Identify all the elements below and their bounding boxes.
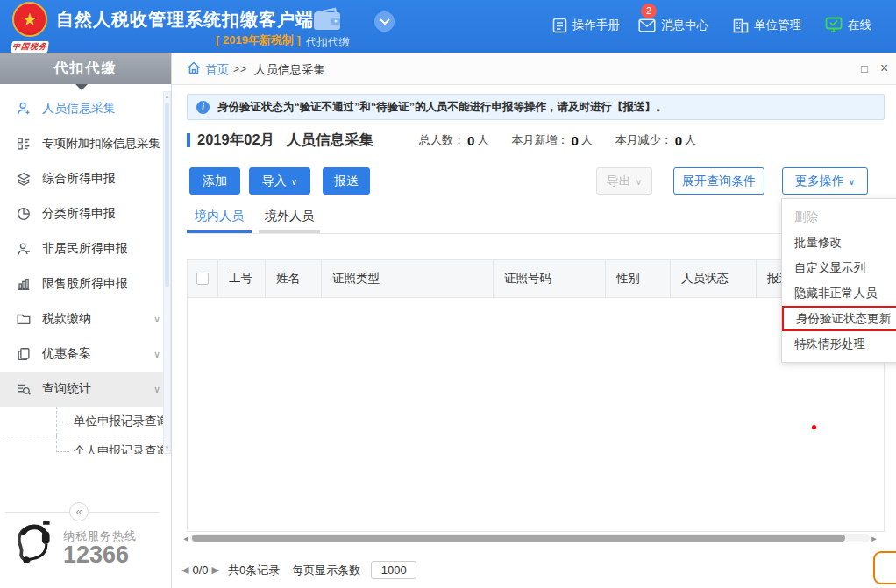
app-title: 自然人税收管理系统扣缴客户端 (56, 8, 314, 32)
tax-bureau-logo: ★ 中国税务 (5, 1, 54, 52)
stat-total: 总人数：0人 (419, 132, 488, 148)
sidebar-item-label: 优惠备案 (42, 346, 91, 362)
person-icon (16, 241, 32, 257)
sidebar-item-preferential-filing[interactable]: 优惠备案 ∨ (0, 337, 171, 372)
chevron-down-icon: ∨ (636, 177, 642, 187)
sidebar-item-label: 分类所得申报 (42, 206, 116, 222)
sidebar-subitem-personal-declaration-query[interactable]: 个人申报记录查询 (0, 436, 171, 454)
scrollbar-track[interactable] (190, 534, 870, 542)
summary-stats: 总人数：0人 本月新增：0人 本月减少：0人 (419, 132, 696, 148)
close-icon[interactable]: × (880, 60, 888, 76)
module-switch-chevron-icon[interactable] (374, 11, 395, 32)
scroll-up-icon[interactable]: ▲ (164, 92, 170, 102)
current-module-label: 代扣代缴 (306, 35, 350, 50)
wallet-icon (312, 7, 342, 32)
notice-text: 身份验证状态为“验证不通过”和“待验证”的人员不能进行申报等操作，请及时进行【报… (217, 100, 667, 115)
sidebar-collapse-button[interactable]: « (69, 502, 89, 521)
hotline-number: 12366 (63, 542, 129, 569)
sidebar-subitem-label: 单位申报记录查询 (74, 414, 168, 429)
folder-icon (16, 311, 32, 327)
more-operations-button[interactable]: 更多操作∨ (782, 167, 868, 195)
breadcrumb-home-link[interactable]: 首页 (205, 62, 229, 78)
export-button[interactable]: 导出∨ (596, 167, 652, 195)
scrollbar-thumb[interactable] (192, 535, 845, 542)
horizontal-scrollbar[interactable]: ◂ ▸ (181, 533, 878, 543)
tab-domestic-personnel[interactable]: 境内人员 (187, 209, 252, 233)
column-header-gender[interactable]: 性别 (606, 260, 671, 297)
column-header-name[interactable]: 姓名 (266, 260, 322, 297)
period-label: 2019年02月 (197, 131, 274, 150)
layers-icon (16, 171, 32, 187)
select-all-checkbox[interactable] (196, 273, 209, 285)
submit-button[interactable]: 报送 (323, 167, 370, 195)
floating-action-button-clipped[interactable] (873, 551, 896, 584)
import-button[interactable]: 导入∨ (249, 167, 310, 195)
sidebar-menu: 人员信息采集 专项附加扣除信息采集 ∨ 综合所得申报 分类所得申报 非居民所得申… (0, 91, 171, 454)
chevron-down-icon: ∨ (291, 177, 297, 187)
sidebar-item-special-deduction[interactable]: 专项附加扣除信息采集 ∨ (0, 126, 171, 161)
sidebar-item-classified-income[interactable]: 分类所得申报 (0, 196, 171, 231)
sidebar-scrollbar[interactable]: ▲ ▼ (163, 91, 171, 454)
scroll-left-icon[interactable]: ◂ (181, 533, 190, 543)
scroll-down-icon[interactable]: ▼ (164, 443, 170, 453)
sidebar-item-tax-payment[interactable]: 税款缴纳 ∨ (0, 301, 171, 337)
nav-unit-management[interactable]: 单位管理 (733, 18, 801, 33)
sidebar-item-label: 税款缴纳 (42, 311, 91, 327)
sidebar-item-label: 人员信息采集 (42, 101, 116, 117)
sidebar-item-nonresident-income[interactable]: 非居民所得申报 (0, 231, 171, 266)
chevron-down-icon: ∨ (153, 314, 160, 325)
per-page-input[interactable] (371, 561, 416, 579)
nav-online-status[interactable]: 在线 (825, 17, 871, 33)
dropdown-item-special-cases[interactable]: 特殊情形处理 (782, 331, 896, 357)
add-button[interactable]: 添加 (189, 167, 240, 195)
stat-removed: 本月减少：0人 (615, 132, 696, 148)
maximize-icon[interactable]: □ (861, 62, 868, 75)
sidebar-item-label: 限售股所得申报 (42, 276, 128, 292)
summary-row: 2019年02月 人员信息采集 总人数：0人 本月新增：0人 本月减少：0人 (187, 130, 696, 151)
sidebar-header-pointer-icon (75, 84, 88, 90)
column-header-employee-id[interactable]: 工号 (218, 260, 266, 297)
column-header-id-type[interactable]: 证照类型 (322, 260, 494, 297)
home-icon[interactable] (187, 61, 201, 74)
nav-message-label: 消息中心 (661, 18, 708, 33)
bar-chart-icon (16, 276, 32, 292)
sidebar-scrollbar-thumb[interactable] (165, 103, 169, 287)
breadcrumb-separator: >> (233, 63, 247, 75)
app-header: ★ 中国税务 自然人税收管理系统扣缴客户端 [ 2019年新税制 ] 代扣代缴 … (0, 0, 896, 53)
cursor-annotation-dot (812, 425, 816, 429)
sidebar-item-query-statistics[interactable]: 查询统计 ∨ (0, 372, 171, 407)
column-header-id-number[interactable]: 证照号码 (494, 260, 606, 297)
pagination-bar: ◀ 0/0 ▶ 共0条记录 每页显示条数 (181, 561, 416, 579)
logo-text: 中国税务 (11, 41, 49, 53)
prev-page-icon[interactable]: ◀ (181, 564, 188, 576)
expand-query-button[interactable]: 展开查询条件 (673, 167, 764, 195)
sidebar-item-comprehensive-income[interactable]: 综合所得申报 (0, 161, 171, 196)
sidebar-module-header: 代扣代缴 (0, 53, 171, 84)
dropdown-item-hide-abnormal[interactable]: 隐藏非正常人员 (782, 280, 896, 306)
page-title: 人员信息采集 (287, 131, 373, 150)
dropdown-item-identity-verify-update[interactable]: 身份验证状态更新 (782, 306, 896, 331)
chevron-down-icon: ∨ (849, 177, 855, 187)
sidebar-item-personnel-info[interactable]: 人员信息采集 (0, 91, 171, 126)
dropdown-item-delete[interactable]: 删除 (782, 204, 896, 230)
sidebar-item-restricted-shares[interactable]: 限售股所得申报 (0, 266, 171, 301)
column-header-person-status[interactable]: 人员状态 (671, 260, 757, 297)
notice-banner: i 身份验证状态为“验证不通过”和“待验证”的人员不能进行申报等操作，请及时进行… (187, 94, 885, 120)
nav-message-center[interactable]: 消息中心 (638, 18, 708, 33)
tab-overseas-personnel[interactable]: 境外人员 (259, 209, 320, 233)
nav-online-label: 在线 (848, 18, 871, 33)
nav-unit-label: 单位管理 (754, 18, 801, 33)
scroll-right-icon[interactable]: ▸ (870, 533, 878, 543)
page-indicator: 0/0 (192, 563, 208, 577)
title-accent-bar (187, 133, 190, 147)
next-page-icon[interactable]: ▶ (212, 564, 219, 576)
dropdown-item-custom-columns[interactable]: 自定义显示列 (782, 255, 896, 280)
sidebar-subitem-unit-declaration-query[interactable]: 单位申报记录查询 (0, 407, 171, 436)
dropdown-item-batch-edit[interactable]: 批量修改 (782, 230, 896, 255)
sidebar-item-label: 综合所得申报 (42, 171, 116, 187)
nav-manual[interactable]: 操作手册 (552, 18, 620, 33)
breadcrumb-current: 人员信息采集 (254, 62, 325, 78)
sidebar-item-label: 非居民所得申报 (42, 241, 128, 257)
message-icon (638, 18, 656, 32)
online-icon (825, 17, 843, 33)
